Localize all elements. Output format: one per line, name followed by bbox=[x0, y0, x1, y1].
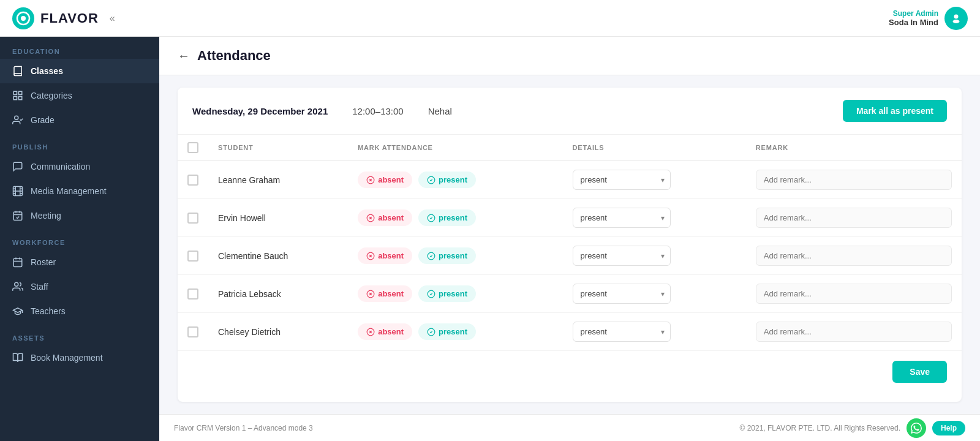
mark-all-present-button[interactable]: Mark all as present bbox=[843, 100, 947, 122]
sidebar-item-book-management[interactable]: Book Management bbox=[0, 345, 159, 370]
row-checkbox-0[interactable] bbox=[187, 175, 198, 186]
svg-rect-8 bbox=[13, 97, 17, 100]
remark-input-3[interactable] bbox=[756, 284, 952, 304]
details-select-4[interactable]: presentabsentlateexcused bbox=[573, 322, 671, 342]
sidebar-item-staff[interactable]: Staff bbox=[0, 274, 159, 299]
svg-rect-7 bbox=[19, 91, 22, 94]
svg-point-5 bbox=[953, 20, 960, 23]
sidebar-item-label-classes: Classes bbox=[31, 66, 63, 76]
attendance-table: STUDENT MARK ATTENDANCE DETAILS REMARK L… bbox=[178, 135, 962, 351]
svg-rect-19 bbox=[13, 212, 22, 221]
help-button[interactable]: Help bbox=[932, 421, 965, 435]
attendance-date: Wednesday, 29 December 2021 bbox=[192, 106, 328, 116]
sidebar-section-publish: PUBLISH bbox=[0, 132, 159, 154]
present-button-1[interactable]: present bbox=[418, 209, 476, 226]
remark-input-2[interactable] bbox=[756, 246, 952, 266]
absent-button-0[interactable]: absent bbox=[358, 172, 412, 188]
footer-right: © 2021, FLAVOR PTE. LTD. All Rights Rese… bbox=[739, 418, 965, 438]
sidebar-item-categories[interactable]: Categories bbox=[0, 83, 159, 108]
th-remark: REMARK bbox=[746, 135, 962, 161]
table-row: Leanne Graham absent present presentabse… bbox=[178, 161, 962, 199]
absent-button-4[interactable]: absent bbox=[358, 323, 412, 340]
main-layout: EDUCATIONClassesCategoriesGradePUBLISHCo… bbox=[0, 37, 980, 441]
present-button-0[interactable]: present bbox=[418, 172, 476, 188]
details-wrapper-3: presentabsentlateexcused bbox=[573, 284, 671, 304]
whatsapp-icon bbox=[911, 423, 922, 434]
message-icon bbox=[12, 161, 23, 172]
attendance-tbody: Leanne Graham absent present presentabse… bbox=[178, 161, 962, 351]
footer-version: Flavor CRM Version 1 – Advanced mode 3 bbox=[174, 424, 313, 432]
present-button-3[interactable]: present bbox=[418, 285, 476, 302]
footer: Flavor CRM Version 1 – Advanced mode 3 ©… bbox=[159, 414, 980, 441]
back-button[interactable]: ← bbox=[178, 49, 190, 63]
book-open-icon bbox=[12, 352, 23, 363]
row-checkbox-3[interactable] bbox=[187, 288, 198, 300]
absent-icon-1 bbox=[366, 214, 375, 222]
details-select-1[interactable]: presentabsentlateexcused bbox=[573, 208, 671, 228]
calendar-icon bbox=[12, 257, 23, 268]
present-button-2[interactable]: present bbox=[418, 247, 476, 264]
user-avatar-icon bbox=[949, 12, 963, 25]
attendance-time: 12:00–13:00 bbox=[352, 106, 403, 116]
save-button[interactable]: Save bbox=[892, 361, 947, 383]
student-name-0: Leanne Graham bbox=[218, 175, 280, 185]
sidebar-section-assets: ASSETS bbox=[0, 323, 159, 345]
collapse-icon[interactable]: « bbox=[110, 13, 115, 24]
absent-icon-4 bbox=[366, 328, 375, 336]
select-all-checkbox[interactable] bbox=[187, 142, 198, 153]
table-row: Ervin Howell absent present presentabsen… bbox=[178, 199, 962, 237]
remark-input-0[interactable] bbox=[756, 170, 952, 190]
whatsapp-button[interactable] bbox=[907, 418, 926, 438]
absent-button-1[interactable]: absent bbox=[358, 209, 412, 226]
present-icon-1 bbox=[427, 214, 435, 222]
th-checkbox bbox=[178, 135, 208, 161]
mark-attendance-0: absent present bbox=[358, 172, 552, 188]
mark-attendance-1: absent present bbox=[358, 209, 552, 226]
details-select-2[interactable]: presentabsentlateexcused bbox=[573, 246, 671, 266]
absent-button-3[interactable]: absent bbox=[358, 285, 412, 302]
calendar-check-icon bbox=[12, 210, 23, 221]
sidebar-section-workforce: WORKFORCE bbox=[0, 228, 159, 250]
sidebar-item-label-roster: Roster bbox=[31, 257, 56, 267]
sidebar-item-roster[interactable]: Roster bbox=[0, 250, 159, 274]
sidebar-item-label-grade: Grade bbox=[31, 115, 55, 125]
svg-rect-9 bbox=[19, 97, 22, 100]
present-icon-0 bbox=[427, 176, 435, 184]
sidebar-item-meeting[interactable]: Meeting bbox=[0, 203, 159, 228]
th-student: STUDENT bbox=[208, 135, 348, 161]
sidebar-item-teachers[interactable]: Teachers bbox=[0, 299, 159, 323]
details-select-0[interactable]: presentabsentlateexcused bbox=[573, 170, 671, 190]
remark-input-4[interactable] bbox=[756, 322, 952, 342]
mark-attendance-4: absent present bbox=[358, 323, 552, 340]
book-icon bbox=[12, 66, 23, 77]
attendance-card: Wednesday, 29 December 2021 12:00–13:00 … bbox=[178, 88, 962, 402]
present-button-4[interactable]: present bbox=[418, 323, 476, 340]
absent-icon-2 bbox=[366, 252, 375, 260]
details-select-3[interactable]: presentabsentlateexcused bbox=[573, 284, 671, 304]
remark-input-1[interactable] bbox=[756, 208, 952, 228]
avatar[interactable] bbox=[944, 7, 968, 30]
sidebar-item-communication[interactable]: Communication bbox=[0, 154, 159, 179]
svg-point-2 bbox=[21, 16, 26, 21]
absent-icon-3 bbox=[366, 290, 375, 298]
user-info: Super Admin Soda In Mind bbox=[889, 9, 938, 27]
mark-attendance-3: absent present bbox=[358, 285, 552, 302]
row-checkbox-2[interactable] bbox=[187, 251, 198, 262]
sidebar: EDUCATIONClassesCategoriesGradePUBLISHCo… bbox=[0, 37, 159, 441]
present-icon-2 bbox=[427, 252, 435, 260]
details-wrapper-2: presentabsentlateexcused bbox=[573, 246, 671, 266]
sidebar-item-label-media-management: Media Management bbox=[31, 186, 107, 196]
row-checkbox-1[interactable] bbox=[187, 213, 198, 224]
sidebar-item-label-teachers: Teachers bbox=[31, 306, 66, 316]
sidebar-item-media-management[interactable]: Media Management bbox=[0, 179, 159, 203]
sidebar-item-classes[interactable]: Classes bbox=[0, 59, 159, 83]
users-icon bbox=[12, 281, 23, 292]
sidebar-item-grade[interactable]: Grade bbox=[0, 108, 159, 132]
content-area: ← Attendance Wednesday, 29 December 2021… bbox=[159, 37, 980, 414]
row-checkbox-4[interactable] bbox=[187, 326, 198, 337]
details-wrapper-0: presentabsentlateexcused bbox=[573, 170, 671, 190]
table-row: Clementine Bauch absent present presenta… bbox=[178, 237, 962, 275]
absent-button-2[interactable]: absent bbox=[358, 247, 412, 264]
logo-icon bbox=[12, 7, 34, 29]
logo-text: FLAVOR bbox=[40, 10, 99, 26]
